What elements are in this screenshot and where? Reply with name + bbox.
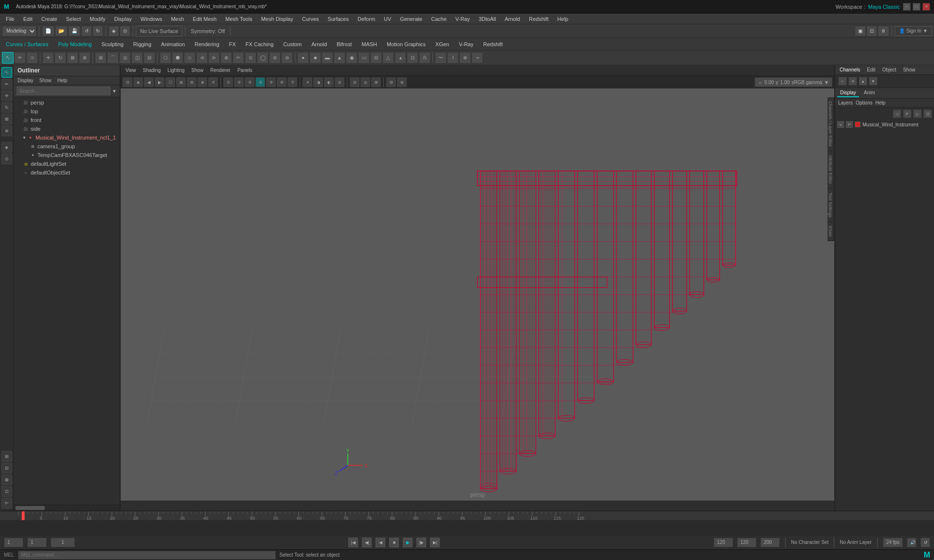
current-frame-field[interactable]: 1 [27, 538, 47, 547]
menu-item-edit-mesh[interactable]: Edit Mesh [189, 15, 220, 23]
menu-item-generate[interactable]: Generate [396, 15, 426, 23]
scale-icon[interactable]: ⊠ [67, 52, 78, 64]
paint-tool-left[interactable]: ✏ [1, 79, 12, 89]
mode-dropdown[interactable]: Modeling [2, 26, 36, 36]
shelf-mash[interactable]: MASH [358, 40, 381, 48]
paint-weights-icon[interactable]: ⊕ [459, 52, 471, 64]
shelf-curves-surfaces[interactable]: Curves / Surfaces [2, 40, 52, 48]
cone-icon[interactable]: ▲ [334, 52, 345, 64]
outliner-item-side[interactable]: 🎥 side [14, 124, 120, 133]
maximize-button[interactable]: □ [913, 3, 920, 11]
cube-icon[interactable]: ■ [309, 52, 321, 64]
shelf-arnold[interactable]: Arnold [307, 40, 331, 48]
connect-icon[interactable]: ⊳ [208, 52, 220, 64]
go-to-end-btn[interactable]: ▶| [430, 538, 440, 547]
vp-mode-2[interactable]: ② [234, 77, 244, 87]
prism-icon[interactable]: △ [382, 52, 394, 64]
helix-icon[interactable]: ℌ [419, 52, 431, 64]
vp-isolate[interactable]: ◎ [360, 77, 370, 87]
select-mode-icon[interactable]: ↖ [2, 52, 14, 64]
move-icon[interactable]: ✛ [42, 52, 54, 64]
layer-item-musical[interactable]: V P Musical_Wind_Instrument [837, 120, 932, 129]
quick-layout-5[interactable]: ⊢ [1, 498, 12, 508]
tool-settings-vtab[interactable]: Tool Settings [827, 189, 833, 222]
quick-layout-1[interactable]: ⊞ [1, 451, 12, 462]
menu-item-3dtoall[interactable]: 3DtoAll [475, 15, 500, 23]
playback-end-field[interactable]: 120 [737, 538, 756, 547]
merge-icon[interactable]: ⊲ [196, 52, 208, 64]
display-layer-tab[interactable]: Display [837, 89, 859, 97]
vp-next-cam[interactable]: ▶ [155, 77, 164, 87]
open-btn[interactable]: 📂 [55, 26, 68, 36]
soft-select-icon[interactable]: ⊸ [471, 52, 483, 64]
menu-item-create[interactable]: Create [37, 15, 61, 23]
loop-icon[interactable]: ⊙ [245, 52, 256, 64]
vp-prev-cam[interactable]: ◀ [144, 77, 154, 87]
layer-icon-2[interactable]: P [903, 109, 912, 118]
viewport-canvas[interactable]: X Y Z [121, 88, 834, 501]
show-manip-left[interactable]: ◈ [1, 142, 12, 153]
frame-indicator-field[interactable]: 1 [51, 538, 75, 547]
attr-editor-vtab[interactable]: Attribute Editor [827, 151, 833, 189]
select-tool-left[interactable]: ↖ [1, 67, 12, 78]
menu-item-display[interactable]: Display [110, 15, 136, 23]
outliner-item-camera-group[interactable]: ⊞ camera1_group [14, 142, 120, 151]
loop-btn[interactable]: ↺ [920, 538, 930, 547]
layer-color-swatch[interactable] [855, 122, 861, 127]
new-btn[interactable]: 📄 [42, 26, 54, 36]
paint-select-icon[interactable]: ✏ [14, 52, 26, 64]
slide-edge-icon[interactable]: ⊖ [281, 52, 293, 64]
deform-icon[interactable]: 〜 [435, 52, 447, 64]
shelf-fx[interactable]: FX [225, 40, 240, 48]
vp-shading-lights[interactable]: ☀ [303, 77, 312, 87]
timeline-ruler[interactable] [0, 511, 934, 520]
vp-shadow[interactable]: ◑ [313, 77, 323, 87]
extrude-icon[interactable]: ⬡ [160, 52, 171, 64]
outliner-item-musical-group[interactable]: ▼ ✦ Musical_Wind_Instrument_ncl1_1 [14, 133, 120, 142]
viewport-shading-menu[interactable]: Shading [141, 67, 163, 73]
outliner-search-input[interactable] [17, 87, 110, 95]
menu-item-v-ray[interactable]: V-Ray [451, 15, 474, 23]
outliner-hscroll-thumb[interactable] [16, 506, 45, 510]
shelf-bifrost[interactable]: Bifrost [333, 40, 356, 48]
vp-snap[interactable]: ⊕ [198, 77, 207, 87]
vp-grid[interactable]: ⊞ [371, 77, 381, 87]
viewport-renderer-menu[interactable]: Renderer [208, 67, 233, 73]
vp-camera-select[interactable]: ⊡ [123, 77, 132, 87]
ipr-btn[interactable]: ⊡ [866, 26, 877, 36]
lasso-tool[interactable]: ⊙ [120, 26, 130, 36]
shelf-poly-modeling[interactable]: Poly Modeling [54, 40, 95, 48]
outliner-help-menu[interactable]: Help [56, 77, 69, 84]
shelf-animation[interactable]: Animation [157, 40, 189, 48]
lasso-select-icon[interactable]: ⊃ [26, 52, 38, 64]
quick-layout-3[interactable]: ⊠ [1, 474, 12, 485]
audio-btn[interactable]: 🔊 [907, 538, 916, 547]
menu-item-modify[interactable]: Modify [86, 15, 109, 23]
snap-curve-icon[interactable]: ⌒ [107, 52, 119, 64]
layer-vis-p[interactable]: P [846, 121, 853, 128]
channels-tab[interactable]: Channels [838, 67, 862, 73]
play-forward-btn[interactable]: ▶ [403, 538, 413, 547]
menu-item-uv[interactable]: UV [380, 15, 395, 23]
shelf-fx-caching[interactable]: FX Caching [242, 40, 277, 48]
go-to-start-btn[interactable]: |◀ [348, 538, 358, 547]
layer-new-icon[interactable]: + [838, 77, 847, 86]
bevel-icon[interactable]: ◇ [184, 52, 196, 64]
vp-bookmark[interactable]: ☐ [165, 77, 175, 87]
gamma-dropdown[interactable]: ▼ [824, 80, 829, 85]
vp-mode-5[interactable]: ⑤ [266, 77, 276, 87]
step-fwd-btn[interactable]: |▶ [416, 538, 426, 547]
mel-input[interactable] [18, 551, 276, 560]
shelf-xgen[interactable]: XGen [431, 40, 453, 48]
sphere-icon[interactable]: ● [297, 52, 309, 64]
menu-item-deform[interactable]: Deform [354, 15, 379, 23]
pyramid-icon[interactable]: ▴ [395, 52, 406, 64]
shelf-sculpting[interactable]: Sculpting [98, 40, 127, 48]
multi-cut-icon[interactable]: ✄ [233, 52, 244, 64]
menu-item-mesh-tools[interactable]: Mesh Tools [221, 15, 256, 23]
save-btn[interactable]: 💾 [68, 26, 81, 36]
timeline-track[interactable] [0, 520, 934, 536]
vp-frame-sel[interactable]: ⊟ [187, 77, 197, 87]
vp-mode-4[interactable]: ④ [255, 77, 265, 87]
vp-frame-all[interactable]: ⊞ [176, 77, 186, 87]
